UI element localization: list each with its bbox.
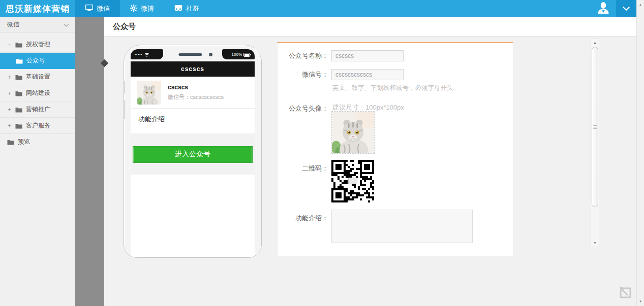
browser-scroll-down-arrow[interactable]: ▼	[637, 298, 644, 305]
sidebar-item-basic-settings[interactable]: + 基础设置	[0, 69, 75, 85]
back-to-top-button[interactable]	[617, 284, 634, 301]
battery-icon	[243, 50, 251, 59]
sidebar-collapse-strip	[75, 17, 104, 306]
gear-icon	[130, 5, 137, 13]
phone-status-bar: ••••• 100%	[131, 49, 255, 60]
intro-textarea[interactable]	[331, 210, 473, 243]
back-to-top-icon	[617, 284, 634, 301]
folder-icon	[15, 42, 22, 48]
folder-icon	[15, 123, 22, 129]
phone-speaker	[178, 53, 202, 56]
thumb-grip	[593, 127, 597, 127]
signal-dots: •••••	[135, 53, 143, 56]
status-left: •••••	[131, 49, 163, 59]
phone-body-blank	[131, 175, 255, 257]
tab-label: 社群	[186, 4, 199, 13]
folder-icon	[15, 74, 22, 80]
user-icon	[597, 2, 610, 16]
avatar-upload-image[interactable]	[331, 111, 375, 154]
sidebar-item-marketing[interactable]: + 营销推广	[0, 101, 75, 118]
expand-icon[interactable]: +	[7, 90, 12, 97]
sidebar-item-label: 营销推广	[26, 105, 50, 114]
expand-icon[interactable]: +	[7, 122, 12, 129]
avatar-label: 公众号头像：	[278, 103, 328, 114]
qr-code-image	[331, 160, 374, 202]
top-navbar: 思沃新媒体营销 微信 微博 社群	[0, 0, 636, 17]
folder-icon	[7, 139, 14, 145]
sidebar-item-customer-service[interactable]: + 客户服务	[0, 118, 75, 134]
sidebar-item-label: 网站建设	[26, 89, 50, 97]
sidebar-item-label: 基础设置	[26, 73, 50, 81]
navbar-right	[591, 0, 636, 17]
page-header: 公众号	[104, 17, 636, 37]
tab-community[interactable]: 社群	[164, 0, 209, 17]
sidebar: 微信 − 授权管理 公众号 + 基础设置 + 网站建设 + 营销推广 +	[0, 17, 75, 306]
wechat-id-label: 微信号：	[278, 69, 328, 80]
sidebar-item-official-account[interactable]: 公众号	[0, 53, 75, 69]
cat-avatar-image	[332, 112, 374, 153]
wifi-icon	[144, 50, 149, 59]
sidebar-item-label: 公众号	[26, 56, 45, 65]
scroll-down-arrow[interactable]: ▼	[591, 240, 599, 247]
expand-icon[interactable]: +	[7, 106, 12, 113]
button-band: 进入公众号	[131, 134, 255, 175]
sidebar-item-label: 预览	[18, 138, 30, 146]
user-avatar-button[interactable]	[591, 0, 616, 17]
community-icon	[174, 5, 182, 13]
tab-weibo[interactable]: 微博	[120, 0, 164, 17]
sidebar-section-header[interactable]: 微信	[0, 17, 75, 32]
monitor-icon	[85, 5, 93, 13]
main-content: ••••• 100% cscscs	[104, 37, 636, 306]
official-account-form: 公众号名称： 微信号： 英文、数字、下划线和减号，必须字母开头。 公众号头像： …	[277, 42, 513, 256]
account-avatar-image	[137, 81, 161, 105]
account-wechat-id: 微信号：cscscscscscs	[168, 93, 224, 101]
app-logo: 思沃新媒体营销	[0, 0, 75, 17]
content-scrollbar: ▲ ▼	[591, 39, 599, 247]
name-input[interactable]	[331, 50, 404, 61]
phone-camera-dot	[209, 53, 212, 56]
wechat-id-input[interactable]	[331, 69, 404, 80]
tab-wechat[interactable]: 微信	[75, 0, 120, 17]
phone-mockup: ••••• 100% cscscs	[124, 45, 262, 258]
phone-header-title: cscscs	[131, 61, 255, 77]
chevron-down-icon	[623, 4, 630, 11]
page-title: 公众号	[113, 22, 136, 31]
account-menu-button[interactable]	[616, 0, 636, 17]
sidebar-section-label: 微信	[7, 20, 19, 29]
phone-side-button	[124, 100, 125, 119]
sidebar-item-label: 客户服务	[26, 121, 50, 130]
phone-screen: ••••• 100% cscscs	[131, 49, 255, 257]
account-profile-card: cscscs 微信号：cscscscscscs	[131, 77, 255, 108]
folder-icon	[15, 90, 22, 96]
account-name: cscscs	[168, 84, 224, 91]
function-intro-section: 功能介绍	[131, 109, 255, 134]
sidebar-item-label: 授权管理	[26, 40, 50, 49]
battery-percent: 100%	[232, 52, 242, 57]
collapse-icon[interactable]: −	[7, 41, 12, 48]
scroll-up-arrow[interactable]: ▲	[591, 39, 599, 46]
sidebar-item-preview[interactable]: 预览	[0, 134, 75, 150]
scrollbar-thumb[interactable]	[592, 47, 598, 207]
tab-label: 微博	[141, 4, 154, 13]
expand-icon[interactable]: +	[7, 74, 12, 81]
name-label: 公众号名称：	[278, 50, 328, 61]
status-right: 100%	[222, 49, 255, 59]
intro-label: 功能介绍：	[278, 213, 328, 224]
enter-official-account-button[interactable]: 进入公众号	[133, 146, 253, 163]
folder-icon	[16, 58, 23, 64]
folder-icon	[15, 107, 22, 113]
chevron-down-icon	[64, 21, 69, 26]
tab-label: 微信	[97, 4, 110, 13]
sidebar-item-website-building[interactable]: + 网站建设	[0, 85, 75, 101]
browser-scroll-up-arrow[interactable]: ▲	[637, 1, 644, 8]
qrcode-label: 二维码：	[278, 163, 328, 174]
browser-scrollbar: ▲ ▼	[636, 0, 644, 306]
sidebar-item-authorization[interactable]: − 授权管理	[0, 37, 75, 53]
phone-side-button	[261, 92, 262, 117]
wechat-id-hint: 英文、数字、下划线和减号，必须字母开头。	[332, 84, 459, 92]
phone-side-button	[124, 81, 125, 94]
